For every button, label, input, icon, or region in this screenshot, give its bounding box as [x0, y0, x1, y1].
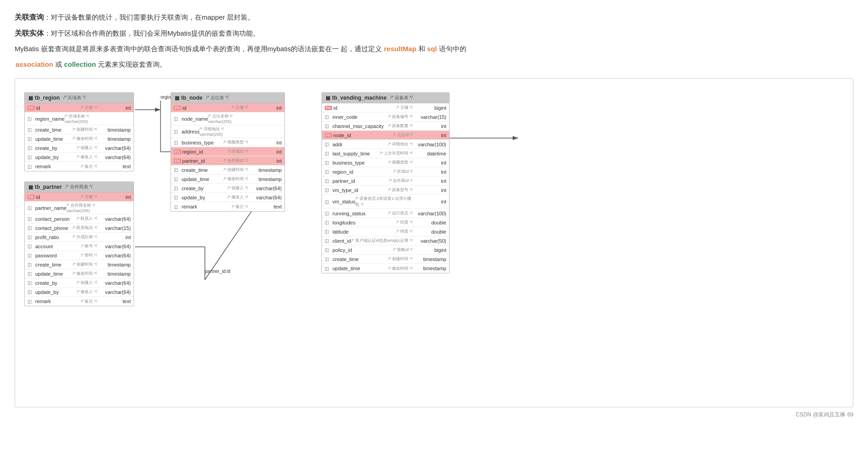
row-type: double	[414, 220, 446, 225]
col-mid: ▦ tb_node /* 点位表 */ PKid/* 主键 */int◫node…	[171, 92, 285, 212]
row-icon: ◫	[174, 186, 180, 191]
row-type: varchar(100)	[414, 211, 446, 216]
row-icon: ◫	[27, 155, 34, 160]
row-name: update_time	[332, 266, 388, 271]
row-name: channel_max_capacity	[332, 123, 388, 129]
row-name: update_by	[182, 195, 228, 200]
table-row: ◫create_by/* 创建人 */varchar(64)	[25, 144, 134, 153]
row-comment: /* 创建人 */	[228, 185, 248, 191]
row-comment: /* 创建人 */	[77, 280, 97, 286]
row-name: create_by	[35, 145, 77, 151]
row-name: vm_type_id	[332, 187, 388, 193]
row-name: create_time	[332, 256, 388, 262]
table-row: ◫update_time/* 修改时间 */timestamp	[322, 264, 449, 273]
intro-text-4a: 或	[54, 60, 64, 68]
col-right: ▦ tb_vending_machine /* 设备表 */ PKid/* 主键…	[321, 92, 844, 273]
row-icon: ◫	[27, 244, 34, 249]
intro-line-3: MyBatis 嵌套查询就是将原来多表查询中的联合查询语句拆成单个表的查询，再使…	[15, 43, 853, 55]
row-type: double	[414, 229, 446, 235]
row-type: varchar(64)	[99, 155, 131, 160]
table-icon-region: ▦	[28, 95, 33, 101]
row-icon: ◫	[27, 225, 34, 230]
attribution: CSDN @菜鸡且互啄 69	[15, 411, 853, 419]
row-name: contact_phone	[35, 225, 73, 231]
row-icon: PK	[27, 194, 35, 199]
row-name: remark	[182, 204, 232, 209]
row-icon: ◫	[325, 169, 331, 174]
row-type: varchar(64)	[99, 253, 131, 258]
table-body-node: PKid/* 主键 */int◫node_name/* 点位名称 */ varc…	[171, 103, 284, 211]
row-type: timestamp	[250, 176, 282, 182]
row-icon: ◫	[27, 299, 34, 304]
intro-line-4: association 或 collection 元素来实现嵌套查询。	[15, 59, 853, 70]
table-row: FKregion_id/* 区域ID */int	[171, 147, 284, 156]
row-icon: ◫	[325, 142, 331, 147]
row-comment: /* 详细地址 */ varchar(255)	[199, 126, 248, 137]
row-name: business_type	[182, 140, 224, 145]
table-tb-node: ▦ tb_node /* 点位表 */ PKid/* 主键 */int◫node…	[171, 92, 285, 212]
table-row: ◫contact_phone/* 联系电话 */varchar(15)	[25, 224, 134, 233]
table-header-tb-vending: ▦ tb_vending_machine /* 设备表 */	[322, 93, 449, 103]
row-comment: /* 上次补货时间 */	[380, 150, 413, 156]
table-icon-vending: ▦	[326, 95, 330, 101]
row-type: varchar(64)	[99, 289, 131, 295]
row-comment: /* 创建时间 */	[73, 127, 97, 133]
table-row: PKid/* 主键 */int	[25, 192, 134, 202]
row-comment: /* 修改人 */	[228, 194, 248, 200]
row-comment: /* 创建时间 */	[388, 256, 413, 262]
table-icon-node: ▦	[175, 95, 179, 101]
table-row: ◫update_time/* 修改时间 */timestamp	[25, 134, 134, 144]
row-icon: ◫	[27, 253, 34, 258]
row-comment: /* 商圈类型 */	[388, 160, 413, 165]
row-type: varchar(64)	[250, 186, 282, 191]
row-name: create_time	[35, 262, 73, 267]
row-comment: /* 修改人 */	[77, 154, 97, 160]
table-row: FKnode_id/* 点位id */int	[322, 131, 449, 140]
row-name: business_type	[332, 160, 388, 165]
row-type: int	[414, 178, 446, 184]
row-comment: /* 详细地址 */	[388, 141, 413, 147]
row-icon: FK	[325, 133, 332, 138]
row-type: int	[99, 105, 131, 111]
table-subtitle-region: /* 区域表 */	[64, 95, 86, 101]
row-comment: /* 客户端认证id也是emqi认证用 */	[351, 238, 413, 244]
intro-text-3c: 语句中的	[437, 45, 466, 53]
row-type: int	[250, 140, 282, 145]
row-icon: ◫	[325, 114, 331, 119]
table-row: ◫partner_name/* 合作商名称 */ varchar(255)	[25, 202, 134, 214]
row-name: profit_ratio	[35, 235, 73, 240]
row-icon: ◫	[174, 195, 180, 200]
table-row: PKid/* 主键 */int	[25, 103, 134, 112]
row-name: node_name	[182, 116, 208, 122]
row-icon: ◫	[325, 178, 331, 183]
table-subtitle-vending: /* 设备表 */	[390, 95, 413, 101]
row-icon: ◫	[27, 164, 34, 169]
row-type: varchar(64)	[99, 145, 131, 151]
table-name-vending: tb_vending_machine	[332, 95, 386, 101]
table-row: ◫region_name/* 区域名称 */ varchar(255)	[25, 112, 134, 125]
row-comment: /* 合作商id */	[389, 178, 413, 184]
table-row: ◫profit_ratio/* 分成比例 */int	[25, 233, 134, 242]
row-comment: /* 分成比例 */	[73, 234, 97, 240]
table-row: ◫client_id/* 客户端认证id也是emqi认证用 */varchar(…	[322, 236, 449, 245]
row-name: longitudes	[332, 220, 396, 225]
row-type: text	[99, 299, 131, 304]
row-type: text	[250, 204, 282, 209]
row-type: timestamp	[99, 127, 131, 133]
table-row: ◫update_by/* 修改人 */varchar(64)	[25, 288, 134, 297]
row-comment: /* 运行状态 */	[388, 210, 413, 216]
row-icon: PK	[325, 105, 332, 110]
row-comment: /* 修改时间 */	[73, 136, 97, 142]
row-type: int	[99, 194, 131, 200]
row-type: bigint	[414, 105, 446, 111]
table-row: ◫create_by/* 创建人 */varchar(64)	[171, 184, 284, 193]
row-type: int	[250, 158, 282, 164]
table-row: ◫policy_id/* 策略id */bigint	[322, 245, 449, 255]
row-name: update_time	[35, 136, 73, 142]
col-left: ▦ tb_region /* 区域表 */ PKid/* 主键 */int◫re…	[24, 92, 134, 306]
row-icon: FK	[174, 158, 181, 163]
row-type: text	[99, 164, 131, 169]
row-name: create_time	[35, 127, 73, 133]
row-type: varchar(15)	[99, 225, 131, 231]
table-row: ◫password/* 密码 */varchar(64)	[25, 251, 134, 260]
